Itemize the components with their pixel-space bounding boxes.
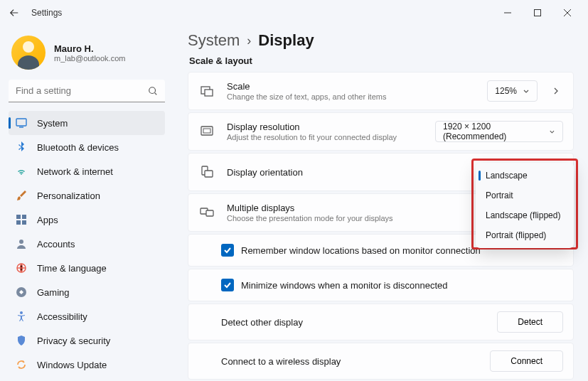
svg-rect-12 bbox=[205, 90, 213, 96]
update-icon bbox=[16, 359, 27, 370]
setting-title: Scale bbox=[227, 81, 487, 92]
apps-icon bbox=[16, 214, 27, 225]
sidebar-item-privacy[interactable]: Privacy & security bbox=[9, 328, 165, 353]
user-icon bbox=[16, 238, 27, 249]
sidebar-item-label: Windows Update bbox=[37, 360, 107, 370]
globe-icon bbox=[16, 262, 27, 274]
option-label: Remember window locations based on monit… bbox=[241, 245, 481, 256]
svg-rect-16 bbox=[205, 171, 213, 177]
chevron-down-icon bbox=[549, 128, 555, 135]
close-button[interactable] bbox=[552, 2, 582, 23]
minimize-icon bbox=[504, 9, 511, 16]
sidebar: Mauro H. m_lab@outlook.com System Blueto… bbox=[0, 26, 171, 381]
orientation-option-landscape[interactable]: Landscape bbox=[479, 166, 571, 186]
chevron-down-icon bbox=[523, 87, 530, 95]
sidebar-item-apps[interactable]: Apps bbox=[9, 208, 165, 232]
orientation-dropdown[interactable]: Landscape Portrait Landscape (flipped) P… bbox=[476, 163, 574, 248]
sidebar-item-label: Gaming bbox=[37, 287, 70, 298]
chevron-right-icon[interactable] bbox=[549, 84, 563, 98]
maximize-button[interactable] bbox=[523, 2, 552, 23]
multiple-displays-icon bbox=[198, 204, 215, 221]
setting-resolution[interactable]: Display resolution Adjust the resolution… bbox=[188, 112, 574, 151]
svg-rect-3 bbox=[16, 215, 21, 219]
sidebar-item-gaming[interactable]: Gaming bbox=[9, 280, 165, 304]
arrow-left-icon bbox=[9, 8, 19, 18]
close-icon bbox=[564, 9, 571, 16]
option-label: Detect other display bbox=[221, 317, 303, 328]
connect-button[interactable]: Connect bbox=[490, 350, 563, 372]
sidebar-item-label: Network & internet bbox=[37, 166, 113, 177]
svg-rect-6 bbox=[22, 220, 26, 225]
sidebar-item-personalization[interactable]: Personalization bbox=[9, 183, 165, 208]
svg-rect-5 bbox=[16, 220, 21, 225]
sidebar-item-label: Apps bbox=[37, 215, 58, 225]
option-minimize-disconnect[interactable]: Minimize windows when a monitor is disco… bbox=[188, 269, 574, 301]
checkbox-checked-icon[interactable] bbox=[221, 279, 234, 291]
sidebar-item-label: Bluetooth & devices bbox=[37, 142, 119, 153]
svg-point-7 bbox=[19, 240, 23, 244]
svg-rect-0 bbox=[535, 10, 541, 16]
setting-subtitle: Adjust the resolution to fit your connec… bbox=[227, 133, 435, 141]
svg-point-10 bbox=[20, 311, 23, 314]
sidebar-item-label: Time & language bbox=[37, 263, 107, 274]
setting-title: Display resolution bbox=[227, 122, 435, 132]
search-input[interactable] bbox=[9, 80, 165, 102]
app-title: Settings bbox=[31, 8, 62, 18]
detect-button[interactable]: Detect bbox=[497, 311, 563, 333]
section-scale-layout: Scale & layout bbox=[189, 55, 574, 66]
system-icon bbox=[16, 117, 27, 129]
sidebar-item-accounts[interactable]: Accounts bbox=[9, 232, 165, 256]
orientation-option-portrait[interactable]: Portrait bbox=[479, 186, 571, 205]
sidebar-item-bluetooth[interactable]: Bluetooth & devices bbox=[9, 135, 165, 159]
profile-name: Mauro H. bbox=[54, 43, 125, 54]
option-connect-wireless: Connect to a wireless display Connect bbox=[188, 343, 574, 380]
avatar bbox=[11, 36, 46, 70]
breadcrumb-current: Display bbox=[258, 31, 314, 50]
maximize-icon bbox=[534, 9, 541, 16]
wifi-icon bbox=[16, 166, 27, 177]
svg-rect-14 bbox=[203, 129, 210, 133]
search-icon bbox=[148, 86, 158, 96]
brush-icon bbox=[16, 190, 27, 201]
orientation-option-portrait-flipped[interactable]: Portrait (flipped) bbox=[479, 225, 571, 245]
svg-rect-4 bbox=[22, 215, 26, 219]
sidebar-item-update[interactable]: Windows Update bbox=[9, 353, 165, 377]
option-label: Minimize windows when a monitor is disco… bbox=[241, 280, 447, 291]
sidebar-item-label: Personalization bbox=[37, 190, 100, 201]
option-detect-display: Detect other display Detect bbox=[188, 304, 574, 340]
resolution-select[interactable]: 1920 × 1200 (Recommended) bbox=[435, 121, 563, 142]
scale-select[interactable]: 125% bbox=[487, 80, 538, 102]
sidebar-item-accessibility[interactable]: Accessibility bbox=[9, 304, 165, 328]
sidebar-item-label: Privacy & security bbox=[37, 336, 110, 346]
setting-subtitle: Change the size of text, apps, and other… bbox=[227, 92, 487, 101]
chevron-right-icon: › bbox=[247, 33, 251, 48]
setting-scale[interactable]: Scale Change the size of text, apps, and… bbox=[188, 72, 574, 110]
svg-rect-18 bbox=[206, 210, 213, 216]
sidebar-item-network[interactable]: Network & internet bbox=[9, 159, 165, 183]
minimize-button[interactable] bbox=[493, 2, 523, 23]
breadcrumb-parent[interactable]: System bbox=[188, 31, 240, 50]
profile-block[interactable]: Mauro H. m_lab@outlook.com bbox=[9, 31, 165, 80]
accessibility-icon bbox=[16, 311, 27, 322]
sidebar-item-time[interactable]: Time & language bbox=[9, 256, 165, 280]
breadcrumb: System › Display bbox=[188, 31, 574, 50]
bluetooth-icon bbox=[16, 141, 27, 153]
svg-rect-13 bbox=[201, 127, 213, 135]
profile-email: m_lab@outlook.com bbox=[54, 54, 125, 63]
checkbox-checked-icon[interactable] bbox=[221, 244, 234, 257]
sidebar-item-system[interactable]: System bbox=[9, 111, 165, 135]
svg-rect-2 bbox=[16, 119, 26, 126]
resolution-icon bbox=[198, 123, 215, 140]
sidebar-item-label: Accounts bbox=[37, 239, 75, 249]
sidebar-item-label: Accessibility bbox=[37, 311, 87, 322]
shield-icon bbox=[16, 335, 27, 346]
option-label: Connect to a wireless display bbox=[221, 356, 341, 367]
scale-icon bbox=[198, 82, 215, 100]
orientation-option-landscape-flipped[interactable]: Landscape (flipped) bbox=[479, 205, 571, 225]
orientation-icon bbox=[198, 163, 215, 181]
sidebar-item-label: System bbox=[37, 118, 68, 129]
svg-point-1 bbox=[149, 87, 156, 94]
gaming-icon bbox=[16, 286, 27, 298]
back-button[interactable] bbox=[6, 4, 23, 21]
